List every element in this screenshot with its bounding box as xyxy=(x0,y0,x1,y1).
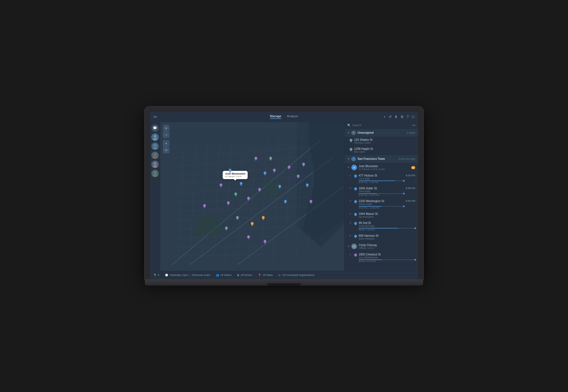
task-name-1: Rinchen Lama xyxy=(354,141,415,144)
avatar-ben[interactable] xyxy=(151,152,159,159)
logout-icon[interactable]: ⬡ xyxy=(412,115,415,119)
list-view-icon[interactable]: ≡▾ xyxy=(412,124,415,127)
cindy-task-1[interactable]: 1 1800 Chestnut St Izzy Weberbauer xyxy=(344,251,418,264)
svg-point-8 xyxy=(153,171,156,174)
zoom-out-button[interactable]: − xyxy=(163,132,169,138)
nav-analyze[interactable]: Analyze xyxy=(287,114,298,119)
unassigned-subtitle: 2 Tasks xyxy=(407,131,415,134)
driver-josh-chevron: ▼ xyxy=(347,166,350,169)
josh-task-info-3: 2100 Washington St Kevin Angel 8:30 PM –… xyxy=(359,200,404,209)
josh-task-addr-2: 1646 Sutter St xyxy=(359,187,404,190)
task-pin-gray-2 xyxy=(349,147,353,151)
progress-bar-1 xyxy=(359,181,404,181)
svg-point-3 xyxy=(153,147,157,150)
cindy-task-info-1: 1800 Chestnut St Izzy Weberbauer Before … xyxy=(359,253,415,263)
josh-task-5[interactable]: 5 99 2nd St Gray McCarty Before xyxy=(344,220,418,233)
panel-scroll[interactable]: ▼ ⚑ Unassigned 2 Tasks 133 Shipley St xyxy=(344,129,418,271)
laptop-container: ∞ Manage Analyze + ↺ ⬇ ⚙ ? ⬡ xyxy=(145,107,423,286)
josh-task-1[interactable]: 1 477 Hickory St Lia Longo 5:00 xyxy=(344,173,418,185)
top-bar-actions: + ↺ ⬇ ⚙ ? ⬡ xyxy=(383,115,415,119)
map-area[interactable]: + − ● ⊞ Josh Blumestein In Transit, 2 of… xyxy=(160,122,344,271)
tasks-label: All Tasks xyxy=(263,274,273,276)
tooltip-status: In Transit, 2 of 6 xyxy=(225,175,245,178)
map-svg xyxy=(160,122,344,271)
unassigned-task-2[interactable]: 1298 Haight St Ben Stott xyxy=(344,146,418,155)
svg-point-5 xyxy=(153,156,157,159)
josh-task-time-1: 8:26 PM xyxy=(406,174,415,177)
cindy-pin-1 xyxy=(354,253,358,257)
search-bar: 🔍 ≡▾ xyxy=(344,122,418,129)
svg-point-0 xyxy=(153,135,156,138)
bottom-bar: 🔭 ▾ 🕐 Yesterday 11pm — Tomorrow 12am 👥 A… xyxy=(150,271,418,279)
josh-task-6[interactable]: 6 600 Harrison St Brian Rekasis xyxy=(344,233,418,242)
task-num-2: 2 xyxy=(350,187,352,190)
time-range-item[interactable]: 🕐 Yesterday 11pm — Tomorrow 12am xyxy=(165,274,210,276)
orgs-item[interactable]: ◎ All Connected Organizations xyxy=(278,274,314,276)
driver-cindy-avatar: CC xyxy=(351,244,357,249)
undo-icon[interactable]: ↺ xyxy=(389,115,392,119)
main-content: 💬 xyxy=(150,122,418,271)
avatar-kevin[interactable] xyxy=(151,170,159,177)
binoculars-item[interactable]: 🔭 ▾ xyxy=(153,274,159,276)
josh-task-addr-6: 600 Harrison St xyxy=(359,234,415,237)
josh-pin-2 xyxy=(354,186,358,190)
search-input[interactable] xyxy=(352,124,410,127)
avatar-lia[interactable] xyxy=(151,161,159,168)
josh-task-name-6: Brian Rekasis xyxy=(359,237,415,240)
josh-task-3[interactable]: 3 2100 Washington St Kevin Angel xyxy=(344,198,418,211)
left-sidebar: 💬 xyxy=(150,122,160,271)
task-num-6: 6 xyxy=(350,234,352,237)
svg-point-1 xyxy=(153,138,157,141)
map-controls: + − ● ⊞ xyxy=(163,125,169,153)
josh-task-time-3: 8:45 PM xyxy=(406,200,415,202)
teams-item[interactable]: 👥 All Teams xyxy=(216,274,231,276)
driver-josh-name: Josh Blumstein xyxy=(359,165,411,168)
josh-task-4[interactable]: 4 1944 Mason St No Recipient xyxy=(344,211,418,220)
app-container: ∞ Manage Analyze + ↺ ⬇ ⚙ ? ⬡ xyxy=(150,112,418,279)
download-icon[interactable]: ⬇ xyxy=(394,115,398,119)
sf-team-section-header[interactable]: ▼ 👥 San Francisco Team 5 of 8 On Duty xyxy=(344,155,418,163)
map-layer-button[interactable]: ⊞ xyxy=(163,147,169,153)
settings-icon[interactable]: ⚙ xyxy=(400,115,404,119)
map-style-button[interactable]: ● xyxy=(163,140,169,146)
unassigned-task-1[interactable]: 133 Shipley St Rinchen Lama xyxy=(344,137,418,146)
driver-cindy-info: Cindy Cheung Offline, 0 of 4 xyxy=(359,244,415,250)
screen-bezel: ∞ Manage Analyze + ↺ ⬇ ⚙ ? ⬡ xyxy=(145,107,423,279)
josh-task-name-1: Lia Longo xyxy=(359,177,404,180)
app-logo: ∞ xyxy=(153,114,156,120)
zoom-in-button[interactable]: + xyxy=(163,125,169,131)
josh-pin-5 xyxy=(354,221,358,225)
task-address-1: 133 Shipley St xyxy=(354,138,415,141)
sf-team-icon: 👥 xyxy=(351,157,356,161)
unassigned-section-header[interactable]: ▼ ⚑ Unassigned 2 Tasks xyxy=(344,129,418,137)
top-bar: ∞ Manage Analyze + ↺ ⬇ ⚙ ? ⬡ xyxy=(150,112,418,122)
avatar-josh[interactable] xyxy=(151,133,159,141)
driver-josh-header[interactable]: ▼ JB Josh Blumstein In Transit, 2 of 6, … xyxy=(344,163,418,173)
avatar-rinchen[interactable] xyxy=(151,142,159,150)
cindy-task-addr-1: 1800 Chestnut St xyxy=(359,253,415,256)
tasks-item[interactable]: 📍 All Tasks xyxy=(258,274,273,277)
chat-icon[interactable]: 💬 xyxy=(151,124,159,132)
drivers-item[interactable]: All Drivers xyxy=(237,274,252,276)
add-icon[interactable]: + xyxy=(383,115,386,119)
search-icon: 🔍 xyxy=(347,124,351,127)
josh-pin-4 xyxy=(354,212,358,216)
driver-josh-avatar: JB xyxy=(351,165,357,170)
svg-point-7 xyxy=(153,165,157,168)
nav-manage[interactable]: Manage xyxy=(270,114,281,119)
cindy-task-name-1: Izzy Weberbauer xyxy=(359,256,415,259)
josh-task-window-2: 8:00 PM – 10:00 PM xyxy=(359,194,404,196)
drivers-dot xyxy=(237,274,239,276)
josh-task-window-1: 5:00 PM – 7:00 PM xyxy=(359,181,404,184)
help-icon[interactable]: ? xyxy=(407,115,409,119)
driver-cindy-header[interactable]: ▼ CC Cindy Cheung Offline, 0 of 4 xyxy=(344,242,418,251)
josh-task-2[interactable]: 2 1646 Sutter St John Baily 8:00 xyxy=(344,185,418,198)
josh-pin-6 xyxy=(354,234,358,238)
sf-team-title: San Francisco Team xyxy=(358,157,399,160)
progress-bar-3 xyxy=(359,206,404,207)
laptop-notch xyxy=(267,283,301,286)
clock-icon: 🕐 xyxy=(165,274,168,276)
josh-task-info-1: 477 Hickory St Lia Longo 5:00 PM – 7:00 … xyxy=(359,174,404,184)
driver-cindy-chevron: ▼ xyxy=(347,245,350,248)
progress-bar-5 xyxy=(359,228,415,229)
